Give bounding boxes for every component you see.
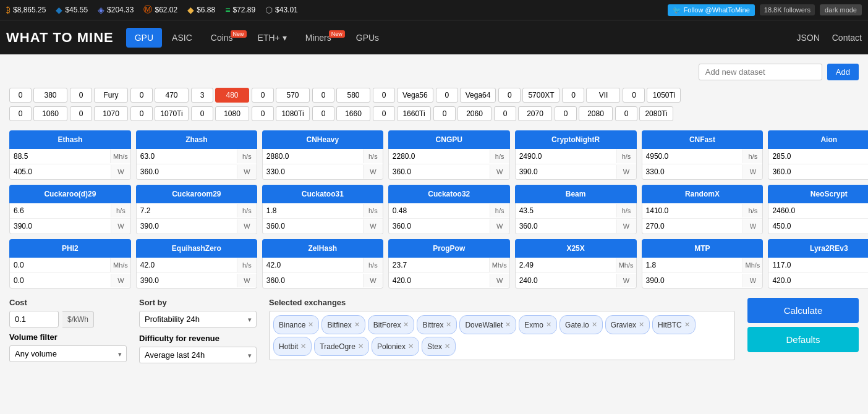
power-input[interactable] bbox=[768, 219, 868, 234]
nav-item-coins[interactable]: Coins New bbox=[202, 28, 248, 48]
hashrate-input[interactable] bbox=[137, 258, 237, 272]
power-input[interactable] bbox=[389, 164, 490, 179]
power-input[interactable] bbox=[263, 273, 363, 288]
nav-item-miners[interactable]: Miners New bbox=[297, 28, 346, 48]
power-input[interactable] bbox=[137, 219, 237, 234]
hashrate-input[interactable] bbox=[516, 149, 616, 164]
volume-filter-select[interactable]: Any volume > $1000 > $10000 bbox=[9, 345, 127, 362]
algo-header[interactable]: Lyra2REv3 bbox=[768, 239, 868, 258]
power-input[interactable] bbox=[10, 273, 111, 288]
hashrate-input[interactable] bbox=[389, 149, 490, 164]
algo-header[interactable]: CryptoNightR bbox=[515, 130, 637, 149]
follow-button[interactable]: 🐦 Follow @WhatToMine bbox=[668, 4, 755, 16]
nav-json[interactable]: JSON bbox=[796, 33, 819, 43]
power-input[interactable] bbox=[137, 273, 237, 288]
gpu-count-input[interactable] bbox=[130, 106, 153, 121]
nav-item-asic[interactable]: ASIC bbox=[163, 28, 201, 48]
dark-mode-button[interactable]: dark mode bbox=[820, 4, 862, 15]
algo-header[interactable]: X25X bbox=[515, 239, 637, 258]
algo-header[interactable]: Zhash bbox=[136, 130, 257, 149]
hashrate-input[interactable] bbox=[642, 149, 743, 164]
power-input[interactable] bbox=[642, 164, 743, 179]
hashrate-input[interactable] bbox=[263, 149, 363, 164]
gpu-count-input[interactable] bbox=[555, 106, 577, 121]
power-input[interactable] bbox=[642, 219, 743, 234]
gpu-count-input[interactable] bbox=[9, 88, 32, 103]
exchange-remove[interactable]: ✕ bbox=[446, 321, 451, 329]
exchange-remove[interactable]: ✕ bbox=[300, 342, 306, 350]
exchange-remove[interactable]: ✕ bbox=[505, 321, 511, 329]
power-input[interactable] bbox=[389, 273, 490, 288]
hashrate-input[interactable] bbox=[263, 258, 363, 272]
power-input[interactable] bbox=[516, 273, 616, 288]
hashrate-input[interactable] bbox=[389, 203, 490, 218]
hashrate-input[interactable] bbox=[263, 203, 363, 218]
calculate-button[interactable]: Calculate bbox=[747, 298, 859, 323]
algo-header[interactable]: EquihashZero bbox=[136, 239, 257, 258]
hashrate-input[interactable] bbox=[516, 258, 616, 272]
exchange-remove[interactable]: ✕ bbox=[592, 321, 597, 329]
power-input[interactable] bbox=[137, 164, 237, 179]
hashrate-input[interactable] bbox=[768, 149, 868, 164]
hashrate-input[interactable] bbox=[642, 258, 742, 272]
gpu-count-input[interactable] bbox=[252, 88, 274, 103]
algo-header[interactable]: CNHeavy bbox=[262, 130, 383, 149]
exchange-remove[interactable]: ✕ bbox=[308, 321, 313, 329]
nav-contact[interactable]: Contact bbox=[832, 33, 862, 43]
gpu-count-input[interactable] bbox=[562, 88, 584, 103]
algo-header[interactable]: Ethash bbox=[9, 130, 131, 149]
power-input[interactable] bbox=[768, 164, 868, 179]
sort-select[interactable]: Profitability 24h Profitability 1h Reven… bbox=[139, 311, 257, 327]
gpu-count-input[interactable] bbox=[252, 106, 274, 121]
algo-header[interactable]: CNGPU bbox=[388, 130, 510, 149]
power-input[interactable] bbox=[516, 164, 616, 179]
exchange-remove[interactable]: ✕ bbox=[546, 321, 551, 329]
hashrate-input[interactable] bbox=[768, 258, 868, 272]
exchange-remove[interactable]: ✕ bbox=[358, 342, 364, 350]
exchange-remove[interactable]: ✕ bbox=[408, 342, 414, 350]
exchange-remove[interactable]: ✕ bbox=[354, 321, 360, 329]
power-input[interactable] bbox=[263, 164, 363, 179]
power-input[interactable] bbox=[642, 273, 743, 288]
gpu-count-input[interactable] bbox=[70, 88, 92, 103]
algo-header[interactable]: CNFast bbox=[642, 130, 764, 149]
cost-input[interactable] bbox=[9, 311, 59, 327]
algo-header[interactable]: MTP bbox=[642, 239, 764, 258]
hashrate-input[interactable] bbox=[10, 203, 111, 218]
hashrate-input[interactable] bbox=[137, 203, 237, 218]
exchange-remove[interactable]: ✕ bbox=[639, 321, 644, 329]
gpu-count-input[interactable] bbox=[312, 88, 334, 103]
defaults-button[interactable]: Defaults bbox=[747, 327, 859, 352]
hashrate-input[interactable] bbox=[389, 258, 489, 272]
hashrate-input[interactable] bbox=[768, 203, 868, 218]
gpu-count-input[interactable] bbox=[623, 88, 645, 103]
algo-header[interactable]: Cuckatoo32 bbox=[388, 185, 510, 203]
gpu-count-input[interactable] bbox=[70, 106, 92, 121]
gpu-count-input[interactable] bbox=[494, 106, 516, 121]
gpu-count-input[interactable] bbox=[436, 88, 458, 103]
algo-header[interactable]: PHI2 bbox=[9, 239, 131, 258]
hashrate-input[interactable] bbox=[137, 149, 237, 164]
gpu-count-input[interactable] bbox=[433, 106, 456, 121]
power-input[interactable] bbox=[10, 219, 111, 234]
hashrate-input[interactable] bbox=[10, 258, 110, 272]
gpu-count-input[interactable] bbox=[615, 106, 637, 121]
power-input[interactable] bbox=[263, 219, 363, 234]
algo-header[interactable]: Cuckaroom29 bbox=[136, 185, 257, 203]
exchange-remove[interactable]: ✕ bbox=[445, 342, 450, 350]
power-input[interactable] bbox=[516, 219, 616, 234]
difficulty-select[interactable]: Average last 24h Current Average last 3 … bbox=[139, 347, 257, 363]
algo-header[interactable]: Cuckaroo(d)29 bbox=[9, 185, 131, 203]
nav-item-gpus[interactable]: GPUs bbox=[347, 28, 388, 48]
gpu-count-input[interactable] bbox=[312, 106, 334, 121]
algo-header[interactable]: Beam bbox=[515, 185, 637, 203]
nav-item-gpu[interactable]: GPU bbox=[126, 28, 162, 48]
gpu-count-input[interactable] bbox=[130, 88, 153, 103]
gpu-count-input[interactable] bbox=[498, 88, 521, 103]
gpu-count-input[interactable] bbox=[9, 106, 32, 121]
power-input[interactable] bbox=[389, 219, 490, 234]
power-input[interactable] bbox=[10, 164, 111, 179]
hashrate-input[interactable] bbox=[516, 203, 616, 218]
gpu-count-input[interactable] bbox=[191, 88, 213, 103]
power-input[interactable] bbox=[768, 273, 868, 288]
